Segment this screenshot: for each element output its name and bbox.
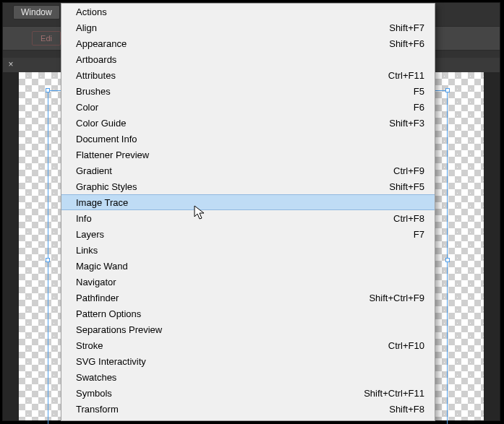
menu-item-shortcut: Ctrl+F9 (393, 165, 424, 176)
menu-item-label: Info (76, 213, 379, 224)
menu-item[interactable]: SVG Interactivity (61, 353, 435, 369)
menu-item[interactable]: GradientCtrl+F9 (61, 163, 435, 178)
menu-item-label: Pattern Options (76, 308, 424, 319)
menu-item[interactable]: Swatches (61, 369, 435, 385)
menu-item-label: Stroke (76, 340, 374, 351)
menu-item-shortcut: F6 (414, 102, 424, 113)
menu-item-shortcut: Ctrl+F8 (393, 213, 424, 224)
menu-item-label: Swatches (76, 372, 424, 383)
viewport: Window Edi × (0, 0, 504, 424)
menu-item[interactable]: AlignShift+F7 (61, 20, 435, 35)
menu-item[interactable]: Separations Preview (61, 321, 435, 337)
menu-item-label: Layers (76, 229, 399, 240)
menu-item[interactable]: InfoCtrl+F8 (61, 210, 435, 226)
menu-item[interactable]: Graphic StylesShift+F5 (61, 178, 435, 194)
menu-item[interactable]: AppearanceShift+F6 (61, 35, 435, 51)
menu-item-label: Links (76, 245, 424, 256)
menu-item-shortcut: Shift+Ctrl+F9 (369, 293, 424, 303)
menu-item[interactable]: Pattern Options (61, 306, 435, 321)
menu-item-label: Gradient (76, 165, 379, 176)
menu-item-label: Separations Preview (76, 324, 424, 335)
menu-item[interactable]: LayersF7 (61, 226, 435, 242)
menu-item-label: Navigator (76, 277, 424, 287)
menu-window[interactable]: Window (13, 5, 60, 20)
menu-item-label: Color (76, 102, 399, 113)
menu-item[interactable]: StrokeCtrl+F10 (61, 337, 435, 353)
menu-item-label: Color Guide (76, 118, 375, 129)
menu-item-shortcut: Ctrl+F11 (388, 70, 424, 81)
menu-item[interactable]: AttributesCtrl+F11 (61, 67, 435, 83)
menu-item[interactable]: SymbolsShift+Ctrl+F11 (61, 385, 435, 401)
menu-item-label: Document Info (76, 134, 424, 144)
menu-item-label: Magic Wand (76, 261, 424, 272)
menu-item-label: Transform (76, 404, 375, 415)
menu-item[interactable]: Document Info (61, 131, 435, 147)
menu-item-label: Actions (76, 7, 424, 17)
menu-item-shortcut: Shift+F7 (389, 22, 424, 33)
menu-item[interactable]: TransformShift+F8 (61, 401, 435, 417)
options-edit-button[interactable]: Edi (32, 31, 61, 46)
menu-item[interactable]: ColorF6 (61, 99, 435, 115)
selection-handle[interactable] (46, 258, 50, 262)
close-icon[interactable]: × (6, 59, 16, 69)
menu-item[interactable]: Artboards (61, 51, 435, 67)
menu-item-label: Align (76, 22, 375, 33)
menu-item[interactable]: Links (61, 242, 435, 258)
menu-item-label: Pathfinder (76, 293, 354, 303)
menu-item-shortcut: Shift+Ctrl+F11 (364, 388, 424, 399)
menu-item-shortcut: Shift+F5 (389, 181, 424, 192)
menu-item[interactable]: PathfinderShift+Ctrl+F9 (61, 290, 435, 306)
selection-handle[interactable] (445, 88, 450, 92)
menu-item-shortcut: Shift+F8 (389, 404, 424, 415)
menu-item[interactable]: Magic Wand (61, 258, 435, 274)
options-edit-label: Edi (40, 34, 52, 43)
menu-item[interactable]: Flattener Preview (61, 147, 435, 163)
menu-item-label: Artboards (76, 54, 424, 65)
menu-item[interactable]: Image Trace (61, 194, 435, 210)
window-menu-dropdown[interactable]: ActionsAlignShift+F7AppearanceShift+F6Ar… (61, 3, 435, 421)
menu-item-shortcut: Shift+F6 (389, 38, 424, 49)
menu-item-label: Symbols (76, 388, 349, 399)
menu-item[interactable]: Actions (61, 4, 435, 20)
menu-item-shortcut: F5 (414, 86, 424, 97)
menu-item-label: Graphic Styles (76, 181, 375, 192)
selection-handle[interactable] (445, 258, 450, 262)
menu-item-label: Flattener Preview (76, 150, 424, 160)
menu-item-label: Brushes (76, 86, 399, 97)
menu-item-label: SVG Interactivity (76, 356, 424, 367)
menu-item[interactable]: BrushesF5 (61, 83, 435, 99)
menu-item-label: Attributes (76, 70, 374, 81)
menu-item-shortcut: Shift+F3 (389, 118, 424, 129)
menu-item-label: Appearance (76, 38, 375, 49)
menu-window-label: Window (21, 7, 52, 17)
menu-item-shortcut: F7 (414, 229, 424, 240)
menu-item[interactable]: Color GuideShift+F3 (61, 115, 435, 131)
menu-item-shortcut: Ctrl+F10 (388, 340, 424, 351)
selection-handle[interactable] (46, 88, 50, 92)
menu-item[interactable]: Navigator (61, 274, 435, 290)
menu-item-label: Image Trace (76, 197, 424, 208)
